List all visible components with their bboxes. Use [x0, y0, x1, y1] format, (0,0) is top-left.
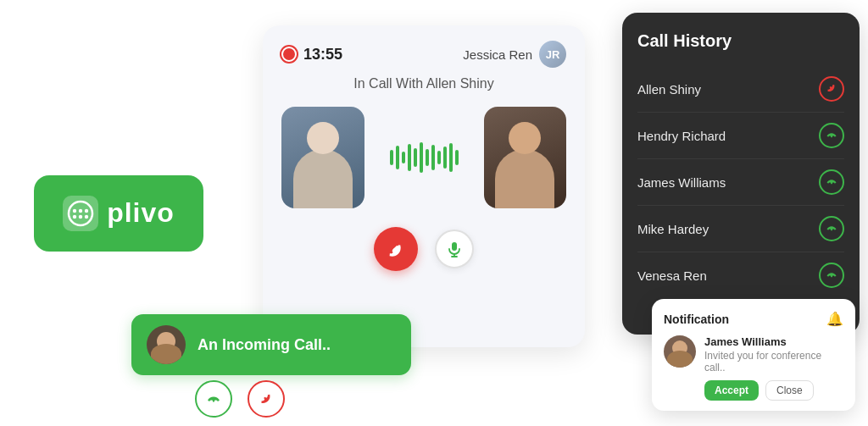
caller-name: Jessica Ren [463, 47, 532, 62]
svg-point-7 [85, 214, 88, 218]
call-card: 13:55 Jessica Ren JR In Call With Allen … [263, 25, 585, 347]
missed-call-icon-0 [819, 76, 844, 102]
notif-content: James Williams Invited you for conferenc… [704, 335, 843, 401]
avatars-row [281, 107, 566, 208]
notification-title: Notification [664, 313, 729, 326]
received-call-icon-4 [819, 263, 844, 288]
waveform [390, 141, 459, 174]
notif-message: Invited you for conference call.. [704, 350, 843, 373]
reject-call-icon [259, 391, 274, 407]
received-call-icon-3 [819, 216, 844, 241]
history-item-4[interactable]: Venesa Ren [637, 252, 844, 298]
history-name-0: Allen Shiny [637, 82, 701, 97]
call-timer: 13:55 [281, 46, 342, 64]
in-call-label: In Call With Allen Shiny [281, 76, 566, 91]
received-call-icon-2 [819, 169, 844, 195]
notif-sender-name: James Williams [704, 335, 843, 348]
caller-avatar-small: JR [539, 41, 566, 68]
caller-name-header: Jessica Ren JR [463, 41, 566, 68]
history-name-1: Hendry Richard [637, 129, 726, 143]
incoming-call-actions [195, 380, 285, 418]
svg-rect-9 [452, 242, 457, 251]
notif-accept-button[interactable]: Accept [704, 380, 759, 401]
timer-label: 13:55 [303, 46, 342, 64]
plivo-logo-icon [63, 196, 98, 231]
incoming-call-banner: An Incoming Call.. [131, 314, 411, 375]
notification-header: Notification 🔔 [664, 311, 843, 327]
accept-call-icon [206, 391, 221, 407]
svg-point-6 [79, 214, 82, 218]
history-item-1[interactable]: Hendry Richard [637, 113, 844, 159]
history-item-0[interactable]: Allen Shiny [637, 66, 844, 113]
received-call-icon-1 [819, 123, 844, 148]
reject-incoming-button[interactable] [248, 380, 285, 418]
end-call-button[interactable] [374, 227, 418, 271]
history-name-4: Venesa Ren [637, 268, 707, 283]
call-history-panel: Call History Allen Shiny Hendry Richard … [622, 13, 860, 335]
notif-actions: Accept Close [704, 380, 843, 401]
notification-bell-icon: 🔔 [826, 311, 843, 327]
avatar-right [484, 107, 567, 208]
history-item-3[interactable]: Mike Hardey [637, 206, 844, 252]
history-item-2[interactable]: James Williams [637, 159, 844, 206]
incoming-caller-avatar [147, 325, 186, 364]
svg-point-3 [79, 208, 82, 212]
mute-icon [446, 241, 463, 257]
notif-avatar [664, 335, 696, 368]
record-icon [281, 47, 297, 62]
incoming-call-text: An Incoming Call.. [198, 336, 396, 354]
history-name-3: Mike Hardey [637, 222, 709, 236]
call-controls [281, 227, 566, 271]
mute-button[interactable] [435, 230, 474, 268]
svg-point-4 [85, 208, 88, 212]
call-history-title: Call History [637, 31, 844, 51]
accept-incoming-button[interactable] [195, 380, 232, 418]
history-name-2: James Williams [637, 175, 726, 190]
logo-text: plivo [107, 197, 175, 229]
svg-point-5 [73, 214, 76, 218]
notification-body: James Williams Invited you for conferenc… [664, 335, 843, 401]
logo-container: plivo [34, 175, 203, 252]
end-call-icon [387, 240, 405, 258]
notification-card: Notification 🔔 James Williams Invited yo… [652, 299, 855, 411]
avatar-left [281, 107, 364, 208]
svg-point-2 [73, 208, 76, 212]
notif-close-button[interactable]: Close [765, 380, 814, 401]
call-card-header: 13:55 Jessica Ren JR [281, 41, 566, 68]
